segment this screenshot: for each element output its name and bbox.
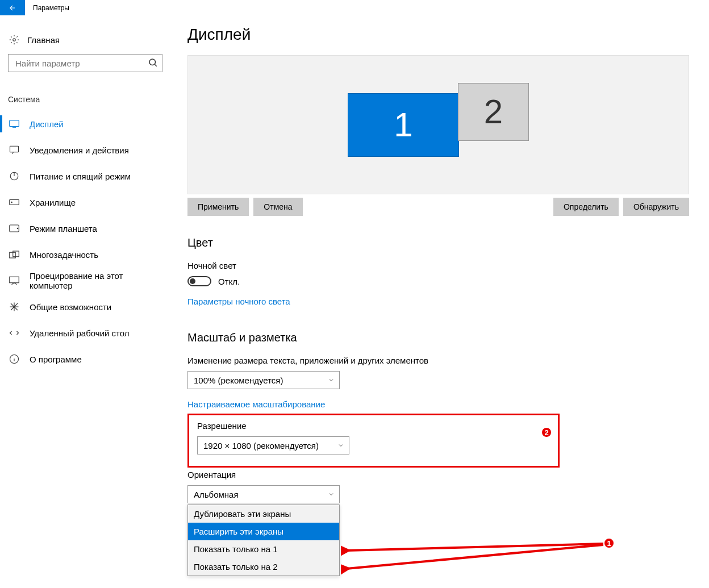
resolution-label: Разрешение [197,421,549,431]
monitor-icon [9,119,19,129]
tablet-icon [9,223,19,233]
svg-rect-11 [10,277,19,283]
sidebar-item-storage[interactable]: Хранилище [0,189,170,215]
sidebar-item-shared[interactable]: Общие возможности [0,294,170,320]
svg-rect-10 [13,251,19,257]
chat-icon [9,145,19,155]
annotation-marker-1: 1 [603,537,615,549]
svg-point-8 [17,228,18,229]
scale-size-label: Изменение размера текста, приложений и д… [187,356,689,365]
night-light-label: Ночной свет [187,261,689,270]
sidebar-item-label: О программе [30,355,82,364]
sidebar-home[interactable]: Главная [0,31,170,48]
resolution-dropdown[interactable]: 1920 × 1080 (рекомендуется) [197,436,349,454]
main-panel: Дисплей 1 2 Применить Отмена Определить … [170,15,709,588]
orientation-value: Альбомная [194,490,239,499]
svg-rect-9 [10,252,16,258]
search-input[interactable] [8,54,162,72]
cancel-button[interactable]: Отмена [253,198,302,216]
sidebar-item-label: Хранилище [30,198,76,207]
dropdown-option[interactable]: Дублировать эти экраны [188,505,339,523]
identify-button[interactable]: Определить [553,198,619,216]
apply-button[interactable]: Применить [187,198,249,216]
color-heading: Цвет [187,236,689,249]
remote-icon [9,328,19,338]
titlebar: Параметры [0,0,709,15]
shared-icon [9,302,19,312]
drive-icon [9,197,19,207]
sidebar-item-label: Питание и спящий режим [30,172,131,181]
annotation-arrow [341,536,608,576]
sidebar-item-power[interactable]: Питание и спящий режим [0,163,170,189]
search-wrap [8,54,162,72]
detect-button[interactable]: Обнаружить [623,198,689,216]
multi-display-dropdown-list: Дублировать эти экраны Расширить эти экр… [187,504,340,576]
sidebar-item-display[interactable]: Дисплей [0,111,170,137]
sidebar-item-multitask[interactable]: Многозадачность [0,241,170,268]
custom-scaling-link[interactable]: Настраиваемое масштабирование [187,399,325,409]
svg-point-0 [13,39,16,41]
dropdown-option[interactable]: Показать только на 1 [188,540,339,558]
annotation-box: Разрешение 1920 × 1080 (рекомендуется) 2 [187,414,560,468]
page-title: Дисплей [187,26,689,44]
chevron-down-icon [337,442,344,449]
sidebar-item-label: Дисплей [30,119,64,129]
scale-value: 100% (рекомендуется) [194,376,283,385]
sidebar-item-label: Общие возможности [30,302,111,312]
scale-heading: Масштаб и разметка [187,331,689,344]
gear-icon [9,35,19,45]
project-icon [9,276,19,286]
night-light-settings-link[interactable]: Параметры ночного света [187,297,290,306]
svg-line-14 [347,544,603,551]
sidebar-item-label: Удаленный рабочий стол [30,328,129,338]
window-title: Параметры [33,4,69,12]
svg-line-15 [347,545,603,569]
orientation-dropdown[interactable]: Альбомная [187,485,340,503]
chevron-down-icon [328,377,335,383]
dropdown-arrows-wrap: Дублировать эти экраны Расширить эти экр… [187,504,689,576]
svg-point-1 [149,59,156,65]
annotation-marker-2: 2 [541,427,552,438]
multitask-icon [9,249,19,260]
scale-dropdown[interactable]: 100% (рекомендуется) [187,371,340,389]
info-icon [9,354,19,364]
sidebar-home-label: Главная [27,35,60,45]
sidebar-item-label: Проецирование на этот компьютер [30,271,162,290]
resolution-value: 1920 × 1080 (рекомендуется) [203,441,319,451]
back-button[interactable] [0,0,25,15]
svg-rect-3 [10,146,19,152]
sidebar-item-label: Уведомления и действия [30,145,129,155]
sidebar-item-label: Режим планшета [30,224,97,233]
dropdown-option[interactable]: Показать только на 2 [188,558,339,576]
monitor-2[interactable]: 2 [458,83,529,141]
power-icon [9,171,19,181]
svg-rect-2 [10,120,19,127]
arrow-left-icon [9,4,16,12]
sidebar-item-remote[interactable]: Удаленный рабочий стол [0,320,170,346]
toggle-state-text: Откл. [218,277,240,286]
monitor-1[interactable]: 1 [348,93,459,157]
chevron-down-icon [328,491,335,498]
search-icon [148,57,158,68]
sidebar-section-title: Система [0,95,170,104]
sidebar-item-about[interactable]: О программе [0,346,170,372]
sidebar-item-label: Многозадачность [30,250,98,260]
orientation-label: Ориентация [187,470,689,479]
sidebar-item-tablet[interactable]: Режим планшета [0,215,170,241]
display-arrangement[interactable]: 1 2 [187,55,689,194]
night-light-toggle[interactable] [187,276,211,286]
svg-point-6 [11,202,12,203]
sidebar-item-projecting[interactable]: Проецирование на этот компьютер [0,268,170,294]
sidebar: Главная Система Дисплей Уведомления и де… [0,15,170,588]
sidebar-item-notifications[interactable]: Уведомления и действия [0,137,170,163]
dropdown-option[interactable]: Расширить эти экраны [188,523,339,540]
